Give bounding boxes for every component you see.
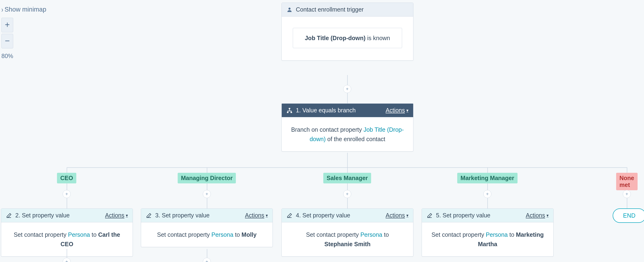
enrollment-trigger-header: Contact enrollment trigger: [282, 3, 413, 17]
svg-point-0: [288, 8, 291, 10]
step-actions-menu[interactable]: Actions▾: [105, 212, 128, 219]
svg-rect-2: [287, 112, 288, 113]
branch-icon: [286, 107, 292, 113]
edit-icon: [286, 212, 292, 219]
persona-link[interactable]: Persona: [211, 231, 233, 238]
add-step-button[interactable]: +: [63, 258, 71, 262]
contact-icon: [286, 7, 292, 13]
set-property-card-3[interactable]: 3. Set property value Actions▾ Set conta…: [141, 208, 273, 247]
branch-label-ceo[interactable]: CEO: [57, 173, 76, 183]
add-step-button[interactable]: +: [203, 190, 211, 198]
step-title: 2. Set property value: [15, 212, 102, 219]
caret-down-icon: ▾: [126, 213, 128, 218]
branch-label-sales-manager[interactable]: Sales Manager: [323, 173, 371, 183]
caret-down-icon: ▾: [406, 213, 408, 218]
persona-link[interactable]: Persona: [68, 231, 90, 238]
step-title: 5. Set property value: [436, 212, 522, 219]
minimap-toggle-label: Show minimap: [4, 6, 46, 13]
branch-label-none-met[interactable]: None met: [616, 173, 638, 190]
branch-step-card[interactable]: 1. Value equals branch Actions ▾ Branch …: [282, 103, 414, 152]
step-actions-menu[interactable]: Actions▾: [526, 212, 548, 219]
set-property-card-5[interactable]: 5. Set property value Actions▾ Set conta…: [422, 208, 554, 256]
zoom-out-button[interactable]: −: [2, 34, 13, 48]
step-actions-menu[interactable]: Actions▾: [386, 212, 408, 219]
add-step-button[interactable]: +: [343, 85, 351, 93]
branch-step-title: 1. Value equals branch: [296, 107, 382, 114]
add-step-button[interactable]: +: [63, 190, 71, 198]
svg-rect-1: [289, 108, 290, 109]
step-title: 3. Set property value: [155, 212, 242, 219]
add-step-button[interactable]: +: [203, 258, 211, 262]
edit-icon: [6, 212, 12, 219]
branch-label-managing-director[interactable]: Managing Director: [178, 173, 236, 183]
zoom-level-label: 80%: [2, 53, 13, 59]
branch-step-actions-menu[interactable]: Actions ▾: [386, 107, 408, 114]
enrollment-trigger-card[interactable]: Contact enrollment trigger Job Title (Dr…: [282, 3, 414, 61]
step-actions-menu[interactable]: Actions▾: [245, 212, 268, 219]
edit-icon: [426, 212, 433, 219]
add-step-button[interactable]: +: [483, 190, 491, 198]
zoom-in-button[interactable]: +: [2, 18, 13, 32]
set-property-card-4[interactable]: 4. Set property value Actions▾ Set conta…: [282, 208, 414, 256]
step-body: Set contact property Persona to Stephani…: [282, 222, 413, 256]
edit-icon: [146, 212, 152, 219]
branch-step-body: Branch on contact property Job Title (Dr…: [282, 117, 413, 151]
enrollment-trigger-title: Contact enrollment trigger: [296, 6, 408, 13]
caret-down-icon: ▾: [266, 213, 268, 218]
connector-line: [67, 167, 627, 168]
add-step-button[interactable]: +: [623, 190, 631, 198]
connector-line: [347, 153, 348, 167]
branch-label-marketing-manager[interactable]: Marketing Manager: [457, 173, 518, 183]
persona-link[interactable]: Persona: [486, 231, 508, 238]
enrollment-filter-pill[interactable]: Job Title (Drop-down) is known: [293, 28, 402, 48]
persona-link[interactable]: Persona: [360, 231, 382, 238]
end-node: END: [613, 208, 644, 223]
caret-down-icon: ▾: [546, 213, 548, 218]
add-step-button[interactable]: +: [343, 190, 351, 198]
branch-step-header: 1. Value equals branch Actions ▾: [282, 104, 413, 117]
show-minimap-toggle[interactable]: › Show minimap: [2, 6, 46, 13]
step-body: Set contact property Persona to Marketin…: [422, 222, 553, 256]
step-title: 4. Set property value: [296, 212, 382, 219]
chevron-right-icon: ›: [2, 5, 3, 14]
step-body: Set contact property Persona to Molly: [141, 222, 272, 247]
caret-down-icon: ▾: [406, 108, 408, 113]
svg-rect-3: [290, 112, 292, 113]
